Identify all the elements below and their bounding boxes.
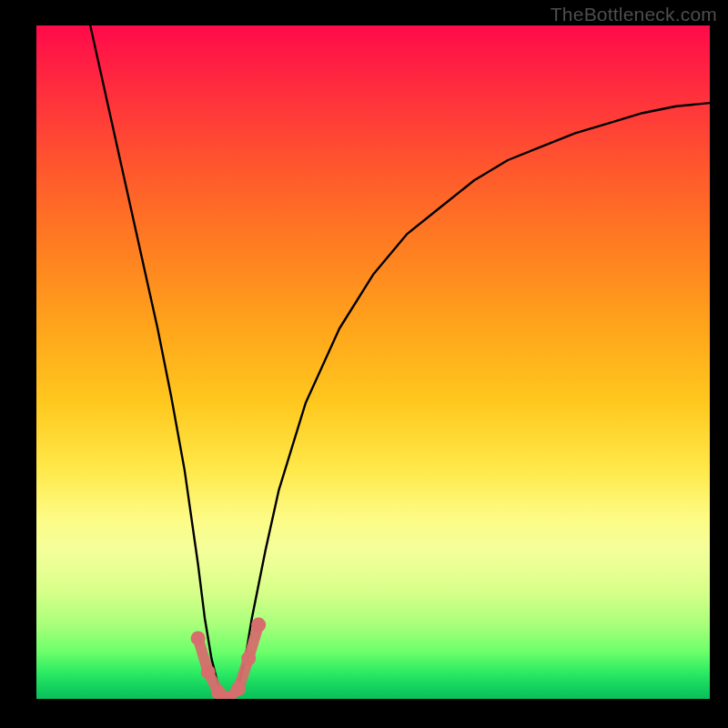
highlight-dot [251,618,266,632]
curve-layer [36,25,710,699]
highlight-dot [191,631,206,645]
highlight-dot [231,682,246,696]
plot-area [36,25,710,699]
watermark-text: TheBottleneck.com [551,4,717,25]
highlight-dot [241,652,256,666]
chart-frame: TheBottleneck.com [0,0,728,728]
bottleneck-curve-path [90,25,710,699]
highlight-dot [201,664,216,679]
